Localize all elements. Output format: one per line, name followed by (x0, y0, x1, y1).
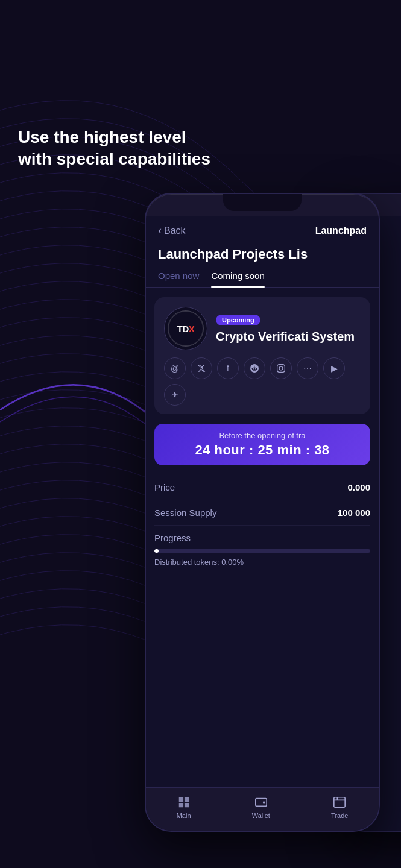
social-icons-row: @ f ⋯ ▶ ✈ (154, 357, 370, 414)
nav-main[interactable]: Main (177, 795, 191, 819)
details-section: Price 0.000 Session Supply 100 000 (154, 475, 370, 526)
token-logo-inner: TDX (168, 310, 204, 347)
progress-bar-track (154, 549, 370, 553)
main-phone: ‹ Back Launchpad Launchpad Projects Lis … (145, 193, 380, 832)
trade-nav-label: Trade (331, 812, 348, 819)
progress-section: Progress Distributed tokens: 0.00% (154, 533, 370, 567)
phone-frame: ‹ Back Launchpad Launchpad Projects Lis … (145, 193, 380, 832)
countdown-timer: 24 hour : 25 min : 38 (164, 442, 361, 458)
facebook-icon[interactable]: f (217, 357, 239, 379)
page-title: Launchpad Projects Lis (146, 243, 379, 271)
upcoming-badge: Upcoming (216, 315, 260, 326)
countdown-banner: Before the opening of tra 24 hour : 25 m… (154, 424, 370, 465)
card-info: Upcoming Crypto Verificati System (216, 314, 361, 344)
tab-open-now[interactable]: Open now (158, 271, 199, 287)
trade-nav-icon (332, 795, 347, 810)
phone-header: ‹ Back Launchpad (146, 216, 379, 243)
price-label: Price (154, 482, 175, 492)
detail-supply-row: Session Supply 100 000 (154, 500, 370, 526)
twitter-icon[interactable] (191, 357, 212, 379)
supply-label: Session Supply (154, 508, 216, 518)
svg-rect-0 (256, 798, 267, 806)
headline: Use the highest level with special capab… (18, 127, 211, 171)
card-top: TDX Upcoming Crypto Verificati System (154, 297, 370, 357)
tab-coming-soon[interactable]: Coming soon (211, 271, 264, 287)
svg-rect-1 (334, 797, 345, 807)
instagram-icon[interactable] (270, 357, 292, 379)
back-chevron-icon: ‹ (158, 224, 162, 237)
nav-wallet[interactable]: Wallet (252, 795, 270, 819)
distributed-text: Distributed tokens: 0.00% (154, 558, 370, 567)
telegram-icon[interactable]: ✈ (164, 384, 186, 406)
progress-bar-fill (154, 549, 159, 553)
youtube-icon[interactable]: ▶ (323, 357, 345, 379)
supply-value: 100 000 (338, 508, 370, 518)
wallet-nav-icon (254, 795, 268, 810)
phone-screen: ‹ Back Launchpad Launchpad Projects Lis … (146, 216, 379, 831)
main-nav-label: Main (177, 812, 191, 819)
back-label: Back (164, 225, 186, 236)
wallet-nav-label: Wallet (252, 812, 270, 819)
more-icon[interactable]: ⋯ (297, 357, 318, 379)
main-nav-icon (177, 795, 191, 810)
notch (223, 194, 302, 211)
nav-trade[interactable]: Trade (331, 795, 348, 819)
project-name: Crypto Verificati System (216, 329, 361, 344)
header-title: Launchpad (315, 225, 367, 236)
logo-ring (168, 311, 203, 346)
price-value: 0.000 (347, 482, 370, 492)
back-button[interactable]: ‹ Back (158, 224, 186, 237)
reddit-icon[interactable] (244, 357, 265, 379)
progress-label: Progress (154, 533, 370, 543)
detail-price-row: Price 0.000 (154, 475, 370, 500)
token-logo: TDX (164, 307, 207, 350)
project-card: TDX Upcoming Crypto Verificati System @ (154, 297, 370, 414)
bottom-nav: Main Wallet Trade (146, 787, 379, 831)
at-icon[interactable]: @ (164, 357, 186, 379)
countdown-label: Before the opening of tra (164, 431, 361, 440)
tabs-row: Open now Coming soon (146, 271, 379, 288)
